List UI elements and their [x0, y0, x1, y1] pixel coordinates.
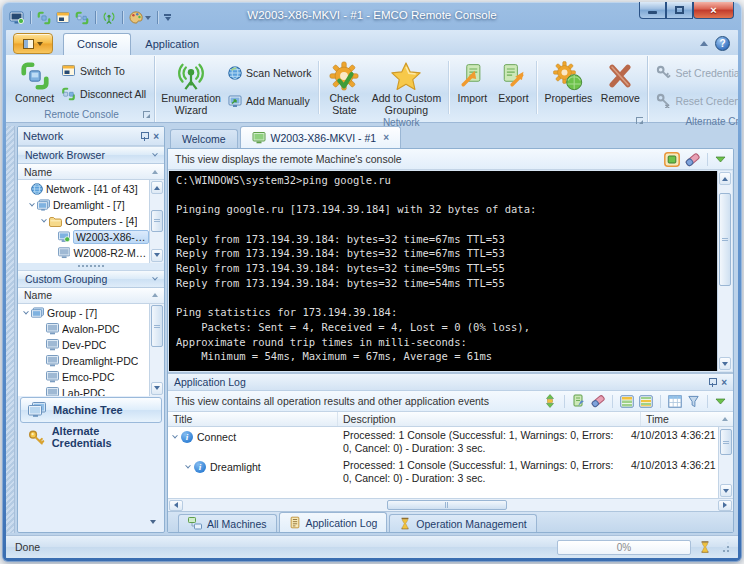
qat-enumeration-icon[interactable]	[101, 10, 117, 26]
scroll-left-icon[interactable]	[169, 500, 183, 511]
tree-item-dev[interactable]: Dev-PDC	[18, 337, 149, 353]
custom-grouping-section-header[interactable]: Custom Grouping	[18, 270, 164, 288]
tree-scrollbar[interactable]	[149, 304, 164, 396]
tab-session[interactable]: W2003-X86-MKVI - #1 ×	[240, 126, 401, 148]
switch-to-button[interactable]: Switch To	[57, 60, 150, 81]
panel-splitter[interactable]	[18, 263, 164, 270]
tree-item-w2008[interactable]: W2008-R2-MKIV	[18, 245, 149, 261]
table-view-icon[interactable]	[668, 395, 682, 408]
column-header-description[interactable]: Description	[338, 412, 641, 426]
close-button[interactable]: ×	[693, 2, 734, 19]
export-button[interactable]: Export	[493, 58, 533, 117]
application-menu-button[interactable]	[13, 33, 53, 54]
close-icon[interactable]: ×	[153, 131, 159, 142]
tree-item-network[interactable]: Network - [41 of 43]	[18, 181, 149, 197]
close-icon[interactable]: ×	[721, 377, 727, 388]
scrollbar-thumb[interactable]	[387, 500, 507, 510]
resize-grip[interactable]	[719, 542, 729, 552]
dialog-launcher-icon[interactable]	[636, 117, 643, 124]
clear-console-icon[interactable]	[685, 152, 700, 167]
help-button[interactable]: ?	[715, 36, 730, 51]
export-log-icon[interactable]	[572, 394, 586, 408]
tree-item-emco[interactable]: Emco-PDC	[18, 369, 149, 385]
qat-switch-to-icon[interactable]	[55, 10, 71, 26]
tab-application-log[interactable]: Application Log	[279, 512, 388, 532]
scroll-down-icon[interactable]	[151, 249, 163, 262]
column-header-title[interactable]: Title	[168, 412, 338, 426]
properties-button[interactable]: Properties	[540, 58, 596, 117]
scrollbar-thumb[interactable]	[720, 429, 732, 455]
filter-icon[interactable]	[687, 395, 700, 408]
scroll-right-icon[interactable]	[718, 500, 732, 511]
import-button[interactable]: Import	[452, 58, 492, 117]
qat-connect-icon[interactable]	[36, 10, 52, 26]
tree-item-w2003[interactable]: W2003-X86-M...	[18, 229, 149, 245]
columns-icon[interactable]	[639, 395, 653, 408]
app-icon[interactable]	[8, 10, 25, 26]
reconnect-icon[interactable]	[664, 152, 680, 167]
add-manually-button[interactable]: Add Manually	[224, 91, 315, 112]
enumeration-wizard-button[interactable]: Enumeration Wizard	[159, 58, 223, 117]
expander-icon[interactable]	[29, 201, 35, 207]
log-horizontal-scrollbar[interactable]	[168, 498, 733, 511]
expander-icon[interactable]	[185, 463, 191, 469]
log-row[interactable]: i Dreamlight Processed: 1 Console (Succe…	[168, 457, 718, 487]
tree-item-avalon[interactable]: Avalon-PDC	[18, 321, 149, 337]
scroll-up-icon[interactable]	[719, 172, 731, 185]
scrollbar-thumb[interactable]	[151, 210, 163, 232]
scrollbar-thumb[interactable]	[151, 305, 163, 347]
qat-customize-icon[interactable]	[163, 10, 172, 26]
scan-network-button[interactable]: Scan Network	[224, 63, 315, 84]
column-header-time[interactable]: Time	[641, 412, 733, 426]
log-scrollbar[interactable]	[718, 427, 733, 498]
minimize-button[interactable]	[639, 2, 666, 19]
dock-strip[interactable]	[6, 126, 15, 533]
name-column-header[interactable]: Name	[18, 164, 164, 180]
log-row[interactable]: i Connect Processed: 1 Console (Successf…	[168, 427, 718, 457]
set-credentials-button[interactable]: Set Credentials	[652, 62, 738, 83]
minimize-ribbon-icon[interactable]	[700, 41, 708, 46]
tab-operation-management[interactable]: Operation Management	[389, 514, 536, 532]
view-menu-icon[interactable]	[715, 156, 726, 163]
tab-welcome[interactable]: Welcome	[170, 129, 238, 148]
machine-tree-button[interactable]: Machine Tree	[20, 397, 162, 423]
scroll-down-icon[interactable]	[720, 484, 732, 497]
autoscroll-icon[interactable]	[543, 394, 557, 408]
tree-item-group[interactable]: Group - [7]	[18, 305, 149, 321]
alternate-credentials-button[interactable]: Alternate Credentials	[20, 424, 162, 450]
group-by-icon[interactable]	[620, 395, 634, 408]
tab-all-machines[interactable]: All Machines	[178, 514, 277, 532]
maximize-button[interactable]	[666, 2, 693, 19]
disconnect-all-button[interactable]: Disconnect All	[57, 84, 150, 105]
tree-item-dreamlight-pdc[interactable]: Dreamlight-PDC	[18, 353, 149, 369]
tree-item-dreamlight[interactable]: Dreamlight - [7]	[18, 197, 149, 213]
tree-item-computers[interactable]: Computers - [4]	[18, 213, 149, 229]
console-scrollbar[interactable]	[717, 171, 732, 371]
tree-item-lab[interactable]: Lab-PDC	[18, 385, 149, 396]
dialog-launcher-icon[interactable]	[143, 111, 150, 118]
tab-console[interactable]: Console	[63, 33, 131, 55]
console-output[interactable]: C:\WINDOWS\system32>ping google.ru Pingi…	[169, 171, 717, 371]
clear-log-icon[interactable]	[591, 394, 605, 408]
network-browser-section-header[interactable]: Network Browser	[18, 146, 164, 164]
connect-button[interactable]: Connect	[13, 58, 56, 107]
tree-scrollbar[interactable]	[149, 180, 164, 263]
remove-button[interactable]: Remove	[597, 58, 643, 117]
pin-icon[interactable]	[140, 132, 149, 141]
check-state-button[interactable]: Check State	[322, 58, 366, 117]
view-menu-icon[interactable]	[715, 398, 726, 405]
expander-icon[interactable]	[41, 217, 47, 223]
qat-theme-icon[interactable]	[128, 10, 152, 26]
expander-icon[interactable]	[172, 433, 178, 439]
scroll-down-icon[interactable]	[719, 357, 731, 370]
expander-icon[interactable]	[23, 308, 29, 314]
scrollbar-thumb[interactable]	[719, 193, 731, 287]
scroll-down-icon[interactable]	[151, 382, 163, 395]
pin-icon[interactable]	[708, 378, 717, 387]
panel-overflow-icon[interactable]	[150, 520, 156, 524]
name-column-header[interactable]: Name	[18, 288, 164, 304]
add-to-custom-grouping-button[interactable]: Add to Custom Grouping	[367, 58, 445, 117]
reset-credentials-button[interactable]: Reset Credentials	[652, 90, 738, 111]
tab-application[interactable]: Application	[131, 33, 213, 55]
qat-disconnect-icon[interactable]	[74, 10, 90, 26]
